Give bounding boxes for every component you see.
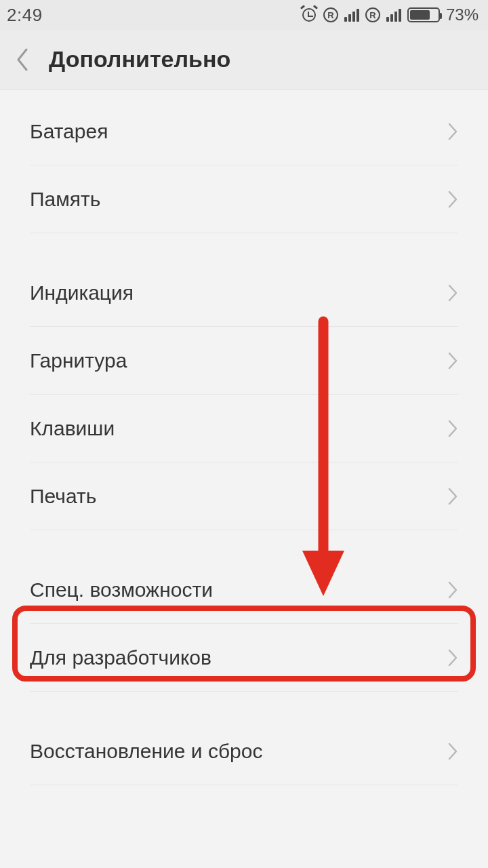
battery-icon [407,7,440,22]
settings-item-label: Клавиши [30,417,115,440]
settings-list: Батарея Память Индикация Гарнитура [0,98,488,785]
status-indicators: R R 73% [301,5,479,24]
sim1-roaming-icon: R [323,7,338,22]
settings-item-label: Спец. возможности [30,578,213,601]
settings-group: Восстановление и сброс [0,717,488,785]
settings-group: Спец. возможности Для разработчиков [0,556,488,692]
back-button[interactable] [15,47,30,72]
settings-item-label: Память [30,188,101,211]
chevron-right-icon [447,742,458,761]
page-header: Дополнительно [0,30,488,90]
chevron-right-icon [447,487,458,506]
settings-item-memory[interactable]: Память [30,165,458,233]
chevron-right-icon [447,283,458,302]
chevron-right-icon [447,648,458,667]
settings-item-battery[interactable]: Батарея [30,98,458,165]
signal1-icon [344,9,359,22]
settings-item-headset[interactable]: Гарнитура [30,327,458,395]
chevron-right-icon [447,122,458,141]
status-time: 2:49 [7,5,43,26]
chevron-right-icon [447,580,458,599]
settings-item-label: Индикация [30,281,134,304]
chevron-right-icon [447,190,458,209]
settings-item-indication[interactable]: Индикация [30,259,458,327]
settings-item-label: Печать [30,485,96,508]
alarm-icon [301,7,317,23]
settings-group: Индикация Гарнитура Клавиши Печать [0,259,488,530]
chevron-right-icon [447,419,458,438]
settings-group: Батарея Память [0,98,488,233]
status-bar: 2:49 R R 73% [0,0,488,30]
settings-item-label: Батарея [30,120,108,143]
settings-item-backup-reset[interactable]: Восстановление и сброс [30,717,458,785]
battery-percent: 73% [446,5,479,24]
settings-item-accessibility[interactable]: Спец. возможности [30,556,458,624]
settings-item-keys[interactable]: Клавиши [30,395,458,462]
signal2-icon [386,9,401,22]
sim2-roaming-icon: R [365,7,380,22]
chevron-right-icon [447,351,458,370]
settings-item-label: Для разработчиков [30,646,211,669]
page-title: Дополнительно [49,46,230,73]
settings-item-label: Восстановление и сброс [30,740,262,763]
settings-item-print[interactable]: Печать [30,462,458,530]
settings-item-label: Гарнитура [30,349,127,372]
settings-item-developers[interactable]: Для разработчиков [30,624,458,692]
